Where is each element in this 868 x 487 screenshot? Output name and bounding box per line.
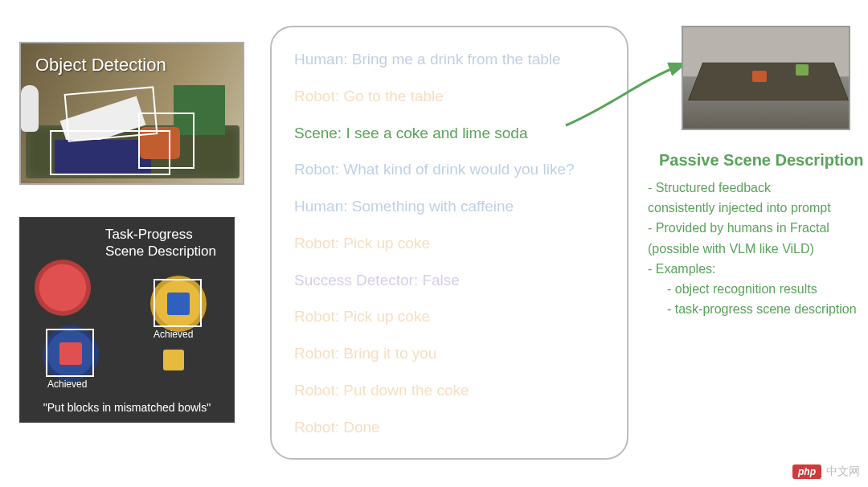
- watermark-text: 中文网: [826, 464, 860, 479]
- task-progress-title-line1: Task-Progress: [105, 227, 193, 242]
- dialog-text: Success Detector: False: [294, 272, 460, 289]
- watermark: php 中文网: [792, 464, 860, 479]
- dialog-text: Human: Bring me a drink from the table: [294, 51, 561, 68]
- scene-photo: [682, 26, 850, 130]
- coke-can: [752, 71, 767, 82]
- lime-soda-can: [796, 64, 809, 76]
- dialog-text: Robot: Pick up coke: [294, 235, 430, 252]
- detection-box: [138, 113, 194, 169]
- watermark-badge: php: [792, 464, 821, 479]
- bullet: - Examples:: [648, 260, 865, 278]
- achieved-label: Achieved: [154, 329, 193, 340]
- task-progress-title-line2: Scene Description: [105, 244, 216, 259]
- dialog-text: Robot: Done: [294, 419, 380, 436]
- task-progress-instruction: "Put blocks in mismatched bowls": [20, 401, 234, 414]
- bullet-sub: - object recognition results: [648, 280, 865, 298]
- table-surface: [688, 63, 849, 100]
- dialog-text: Robot: Bring it to you: [294, 345, 436, 362]
- bullet: consistently injected into prompt: [648, 198, 865, 217]
- dialog-line: Success Detector: False: [294, 271, 608, 290]
- bullet: - Structured feedback: [648, 178, 865, 197]
- passive-scene-heading: Passive Scene Description: [659, 151, 864, 170]
- bowl-red: [35, 260, 91, 316]
- dialog-line: Scene: I see a coke and lime soda: [294, 124, 608, 143]
- dialog-line: Robot: What kind of drink would you like…: [294, 160, 608, 179]
- dialog-line: Robot: Bring it to you: [294, 344, 608, 363]
- dialog-line: Human: Something with caffeine: [294, 197, 608, 216]
- left-column: Object Detection Task-Progress Scene Des…: [19, 42, 244, 423]
- dialog-text: Robot: Go to the table: [294, 88, 444, 104]
- object-detection-photo: Object Detection: [19, 42, 244, 185]
- dialog-text: Scene: I see a coke and lime soda: [294, 125, 527, 141]
- object-detection-title: Object Detection: [35, 55, 166, 76]
- task-progress-title: Task-Progress Scene Description: [105, 226, 216, 260]
- dialog-line: Robot: Pick up coke: [294, 307, 608, 326]
- achieved-label: Achieved: [47, 379, 87, 390]
- dialog-line: Robot: Pick up coke: [294, 234, 608, 253]
- bullet: - Provided by humans in Fractal: [648, 219, 865, 237]
- bullet: (possible with VLM like ViLD): [648, 239, 865, 258]
- dialog-text: Robot: Pick up coke: [294, 308, 430, 325]
- dialog-text: Human: Something with caffeine: [294, 198, 514, 215]
- dialog-text: Robot: What kind of drink would you like…: [294, 161, 575, 178]
- dialog-line: Robot: Done: [294, 418, 608, 437]
- bullet-sub: - task-progress scene description: [648, 300, 865, 318]
- dialog-line: Human: Bring me a drink from the table: [294, 50, 608, 69]
- dialog-line: Robot: Put down the coke: [294, 381, 608, 400]
- dialog-line: Robot: Go to the table: [294, 87, 608, 106]
- dialog-box: Human: Bring me a drink from the table R…: [270, 26, 628, 460]
- achieved-box: [46, 329, 94, 377]
- passive-scene-bullets: - Structured feedback consistently injec…: [648, 178, 865, 320]
- block-yellow: [163, 350, 184, 370]
- task-progress-panel: Task-Progress Scene Description Achieved…: [19, 217, 235, 423]
- achieved-box: [154, 279, 202, 327]
- bottle: [21, 85, 39, 132]
- dialog-text: Robot: Put down the coke: [294, 382, 469, 399]
